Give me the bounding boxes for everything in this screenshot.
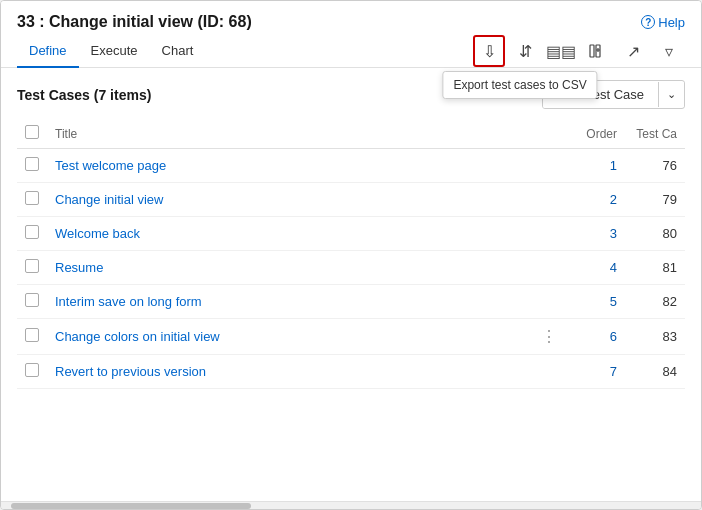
row-testca-cell: 79 [625, 183, 685, 217]
row-drag-cell [533, 285, 565, 319]
header: 33 : Change initial view (ID: 68) ? Help [1, 1, 701, 31]
row-checkbox-cell [17, 355, 47, 389]
row-checkbox-1[interactable] [25, 191, 39, 205]
new-test-case-dropdown[interactable]: ⌄ [658, 82, 684, 107]
row-testca-cell: 83 [625, 319, 685, 355]
export-tooltip: Export test cases to CSV [442, 71, 597, 99]
row-drag-cell [533, 251, 565, 285]
row-checkbox-cell [17, 251, 47, 285]
row-testca-cell: 81 [625, 251, 685, 285]
filter-button[interactable]: ▿ [653, 35, 685, 67]
row-testca-cell: 82 [625, 285, 685, 319]
row-checkbox-4[interactable] [25, 293, 39, 307]
row-checkbox-6[interactable] [25, 363, 39, 377]
edit-columns-button[interactable] [581, 35, 613, 67]
export-tooltip-container: ⇩ Export test cases to CSV [473, 35, 505, 67]
col-title: Title [47, 119, 533, 149]
row-title-cell: Change colors on initial view [47, 319, 533, 355]
table-header-row: Title Order Test Ca [17, 119, 685, 149]
row-title-link-5[interactable]: Change colors on initial view [55, 329, 220, 344]
page-title: 33 : Change initial view (ID: 68) [17, 13, 252, 31]
select-all-checkbox[interactable] [25, 125, 39, 139]
help-icon: ? [641, 15, 655, 29]
row-order-cell: 1 [565, 149, 625, 183]
row-checkbox-5[interactable] [25, 328, 39, 342]
row-drag-cell: ⋮ [533, 319, 565, 355]
scrollbar-thumb[interactable] [11, 503, 251, 509]
row-title-cell: Revert to previous version [47, 355, 533, 389]
row-title-link-3[interactable]: Resume [55, 260, 103, 275]
export-csv-button[interactable]: ⇩ [473, 35, 505, 67]
row-order-cell: 7 [565, 355, 625, 389]
row-checkbox-cell [17, 217, 47, 251]
table-row: Change initial view 2 79 [17, 183, 685, 217]
tab-bar: Define Execute Chart [17, 35, 205, 67]
row-drag-cell [533, 355, 565, 389]
main-window: 33 : Change initial view (ID: 68) ? Help… [0, 0, 702, 510]
table-row: Test welcome page 1 76 [17, 149, 685, 183]
row-order-cell: 5 [565, 285, 625, 319]
help-label: Help [658, 15, 685, 30]
tabs-toolbar: Define Execute Chart ⇩ Export test cases… [1, 35, 701, 68]
content-area: Test Cases (7 items) New Test Case ⌄ Tit… [1, 68, 701, 501]
table-row: Interim save on long form 5 82 [17, 285, 685, 319]
row-checkbox-cell [17, 319, 47, 355]
row-title-link-0[interactable]: Test welcome page [55, 158, 166, 173]
row-title-cell: Change initial view [47, 183, 533, 217]
row-drag-cell [533, 149, 565, 183]
table-row: Change colors on initial view ⋮ 6 83 [17, 319, 685, 355]
row-drag-cell [533, 183, 565, 217]
row-title-cell: Resume [47, 251, 533, 285]
svg-rect-0 [590, 45, 594, 57]
row-order-cell: 4 [565, 251, 625, 285]
table-row: Revert to previous version 7 84 [17, 355, 685, 389]
horizontal-scrollbar[interactable] [1, 501, 701, 509]
tab-define[interactable]: Define [17, 35, 79, 68]
row-checkbox-cell [17, 183, 47, 217]
col-checkbox [17, 119, 47, 149]
row-checkbox-cell [17, 149, 47, 183]
expand-button[interactable]: ↗ [617, 35, 649, 67]
table-row: Welcome back 3 80 [17, 217, 685, 251]
row-drag-cell [533, 217, 565, 251]
row-title-link-6[interactable]: Revert to previous version [55, 364, 206, 379]
row-checkbox-2[interactable] [25, 225, 39, 239]
drag-handle[interactable]: ⋮ [541, 328, 557, 345]
col-testca: Test Ca [625, 119, 685, 149]
row-order-cell: 3 [565, 217, 625, 251]
row-title-cell: Interim save on long form [47, 285, 533, 319]
row-order-cell: 2 [565, 183, 625, 217]
section-title: Test Cases (7 items) [17, 87, 151, 103]
test-cases-table: Title Order Test Ca Test welcome page 1 … [17, 119, 685, 389]
tab-chart[interactable]: Chart [150, 35, 206, 68]
row-title-link-2[interactable]: Welcome back [55, 226, 140, 241]
help-link[interactable]: ? Help [641, 15, 685, 30]
row-title-link-4[interactable]: Interim save on long form [55, 294, 202, 309]
table-row: Resume 4 81 [17, 251, 685, 285]
row-testca-cell: 80 [625, 217, 685, 251]
row-checkbox-0[interactable] [25, 157, 39, 171]
row-checkbox-cell [17, 285, 47, 319]
row-testca-cell: 76 [625, 149, 685, 183]
row-order-cell: 6 [565, 319, 625, 355]
row-title-cell: Welcome back [47, 217, 533, 251]
row-title-link-1[interactable]: Change initial view [55, 192, 163, 207]
sort-button[interactable]: ⇵ [509, 35, 541, 67]
row-checkbox-3[interactable] [25, 259, 39, 273]
col-drag [533, 119, 565, 149]
row-testca-cell: 84 [625, 355, 685, 389]
columns-button[interactable]: ▤▤ [545, 35, 577, 67]
col-order: Order [565, 119, 625, 149]
row-title-cell: Test welcome page [47, 149, 533, 183]
toolbar-icons: ⇩ Export test cases to CSV ⇵ ▤▤ ↗ [473, 35, 685, 67]
tab-execute[interactable]: Execute [79, 35, 150, 68]
